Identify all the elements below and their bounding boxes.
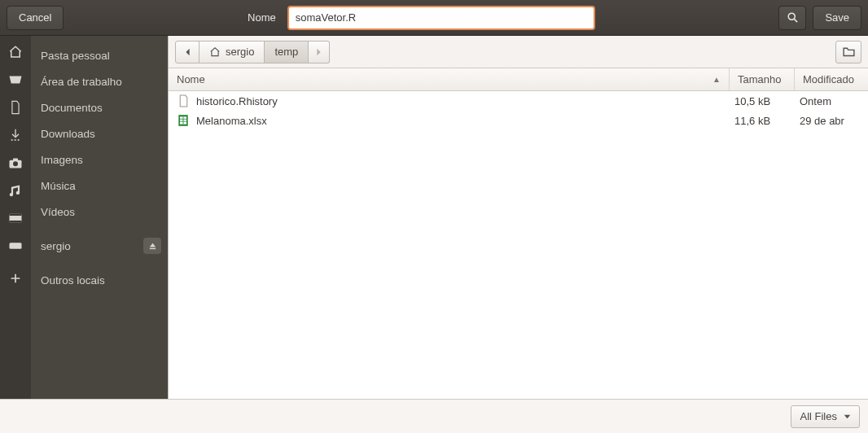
- svg-point-3: [13, 161, 18, 166]
- sidebar-item-downloads[interactable]: Downloads: [31, 120, 168, 147]
- svg-point-0: [788, 13, 795, 20]
- new-folder-button[interactable]: [835, 41, 861, 63]
- sidebar-item-label: Downloads: [41, 128, 95, 140]
- home-icon: [7, 44, 24, 60]
- text-file-icon: [177, 94, 190, 107]
- music-icon: [7, 182, 24, 199]
- search-icon: [787, 11, 799, 24]
- sidebar-item-label: Área de trabalho: [41, 76, 122, 88]
- sidebar-item-home[interactable]: Pasta pessoal: [31, 42, 168, 68]
- filename-label: Nome: [248, 11, 276, 24]
- save-button[interactable]: Save: [813, 6, 861, 30]
- sidebar-item-label: Imagens: [41, 154, 83, 166]
- file-row[interactable]: Melanoma.xlsx 11,6 kB 29 de abr: [169, 111, 868, 130]
- sidebar-item-documents[interactable]: Documentos: [31, 94, 168, 120]
- search-button[interactable]: [778, 6, 806, 30]
- video-icon: [7, 210, 24, 226]
- sidebar-item-desktop[interactable]: Área de trabalho: [31, 68, 168, 94]
- sidebar-item-label: sergio: [41, 240, 71, 252]
- sidebar-item-label: Documentos: [41, 102, 103, 114]
- file-type-filter[interactable]: All Files: [791, 405, 860, 428]
- file-name: historico.Rhistory: [196, 95, 278, 107]
- path-segment-home[interactable]: sergio: [199, 41, 265, 63]
- filter-label: All Files: [800, 410, 837, 422]
- file-modified: Ontem: [795, 95, 868, 107]
- path-bar: sergio temp: [169, 36, 868, 68]
- filename-input[interactable]: [287, 6, 595, 30]
- document-icon: [7, 99, 24, 116]
- file-size: 11,6 kB: [730, 115, 795, 127]
- drive-icon: [7, 238, 24, 254]
- column-headers: Nome ▲ Tamanho Modificado: [169, 68, 868, 91]
- path-forward-button[interactable]: [309, 41, 330, 63]
- path-segment-current[interactable]: temp: [265, 41, 309, 63]
- file-name: Melanoma.xlsx: [196, 115, 267, 127]
- svg-rect-9: [149, 247, 155, 248]
- sidebar-item-other-locations[interactable]: Outros locais: [31, 267, 168, 293]
- sort-asc-icon: ▲: [712, 75, 721, 84]
- column-size[interactable]: Tamanho: [730, 68, 795, 90]
- download-icon: [7, 127, 24, 143]
- camera-icon: [7, 155, 24, 171]
- cancel-button[interactable]: Cancel: [7, 6, 64, 30]
- svg-rect-7: [10, 221, 22, 222]
- sidebar-item-label: Vídeos: [41, 206, 75, 218]
- file-modified: 29 de abr: [795, 115, 868, 127]
- column-label: Tamanho: [738, 73, 781, 85]
- sidebar-item-label: Outros locais: [41, 274, 105, 286]
- column-label: Modificado: [803, 73, 854, 85]
- spreadsheet-file-icon: [177, 114, 190, 127]
- path-back-button[interactable]: [175, 41, 199, 63]
- file-list: historico.Rhistory 10,5 kB Ontem Melanom…: [169, 91, 868, 399]
- plus-icon: [7, 270, 24, 286]
- column-modified[interactable]: Modificado: [795, 68, 868, 90]
- path-segment-label: temp: [274, 46, 298, 58]
- sidebar-item-music[interactable]: Música: [31, 173, 168, 199]
- sidebar-item-pictures[interactable]: Imagens: [31, 147, 168, 173]
- svg-rect-8: [10, 243, 22, 249]
- column-name[interactable]: Nome ▲: [169, 68, 730, 90]
- home-icon: [209, 46, 221, 58]
- file-row[interactable]: historico.Rhistory 10,5 kB Ontem: [169, 91, 868, 111]
- sidebar-item-mount[interactable]: sergio: [31, 233, 168, 259]
- column-label: Nome: [177, 73, 205, 85]
- svg-rect-6: [10, 214, 22, 216]
- svg-line-1: [794, 19, 797, 22]
- svg-rect-4: [13, 158, 18, 160]
- chevron-down-icon: [844, 414, 851, 419]
- eject-button[interactable]: [143, 238, 161, 254]
- sidebar-item-label: Pasta pessoal: [41, 50, 110, 62]
- path-segment-label: sergio: [226, 46, 254, 58]
- desktop-icon: [7, 72, 24, 88]
- sidebar-item-videos[interactable]: Vídeos: [31, 199, 168, 225]
- places-sidebar: Pasta pessoal Área de trabalho Documento…: [31, 36, 168, 399]
- launcher-strip: [0, 36, 31, 399]
- sidebar-item-label: Música: [41, 180, 76, 192]
- file-size: 10,5 kB: [730, 95, 795, 107]
